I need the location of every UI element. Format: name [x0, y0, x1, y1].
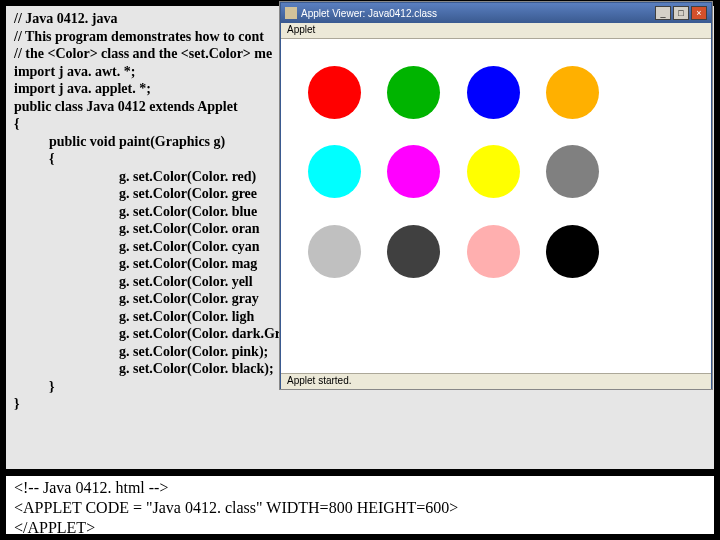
color-swatch-pink: [467, 225, 520, 278]
menu-bar[interactable]: Applet: [281, 23, 711, 39]
html-panel: <!-- Java 0412. html --> <APPLET CODE = …: [5, 475, 715, 535]
color-swatch-cyan: [308, 145, 361, 198]
maximize-button[interactable]: □: [673, 6, 689, 20]
color-swatch-green: [387, 66, 440, 119]
color-swatch-darkGray: [387, 225, 440, 278]
window-titlebar[interactable]: Applet Viewer: Java0412.class _ □ ×: [281, 3, 711, 23]
html-line: </APPLET>: [14, 518, 706, 538]
color-swatch-orange: [546, 66, 599, 119]
color-swatch-gray: [546, 145, 599, 198]
color-swatch-blue: [467, 66, 520, 119]
html-line: <APPLET CODE = "Java 0412. class" WIDTH=…: [14, 498, 706, 518]
applet-canvas: [281, 39, 711, 373]
status-bar: Applet started.: [281, 373, 711, 389]
applet-window: Applet Viewer: Java0412.class _ □ × Appl…: [280, 2, 712, 389]
window-title: Applet Viewer: Java0412.class: [301, 8, 655, 19]
minimize-button[interactable]: _: [655, 6, 671, 20]
window-buttons: _ □ ×: [655, 6, 707, 20]
code-line: }: [14, 395, 706, 413]
color-swatch-red: [308, 66, 361, 119]
status-text: Applet started.: [287, 375, 351, 386]
color-swatch-lightGray: [308, 225, 361, 278]
color-swatch-yellow: [467, 145, 520, 198]
color-swatch-magenta: [387, 145, 440, 198]
color-swatch-black: [546, 225, 599, 278]
slide: // Java 0412. java // This program demon…: [0, 0, 720, 540]
menu-applet[interactable]: Applet: [287, 24, 315, 35]
html-line: <!-- Java 0412. html -->: [14, 478, 706, 498]
applet-icon: [285, 7, 297, 19]
close-button[interactable]: ×: [691, 6, 707, 20]
